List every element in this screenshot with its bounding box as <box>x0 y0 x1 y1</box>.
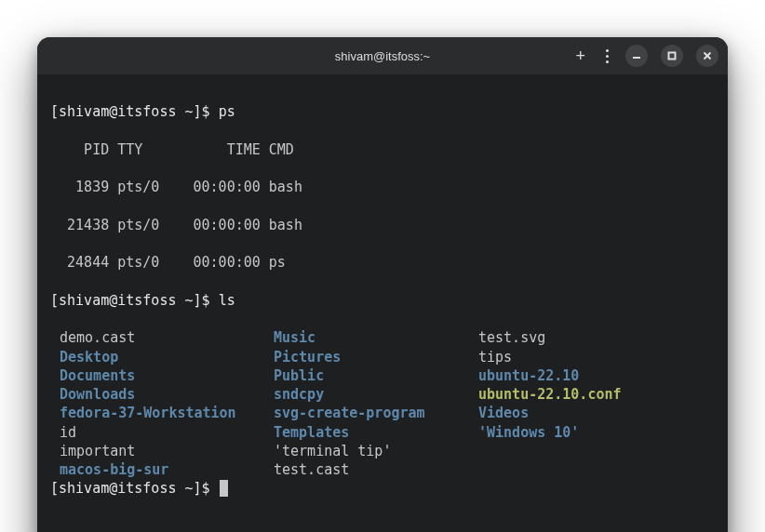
svg-rect-1 <box>669 53 676 60</box>
ls-entry: macos-big-sur <box>60 460 274 479</box>
new-tab-button[interactable]: + <box>571 44 589 68</box>
ls-entry: Music <box>274 328 478 347</box>
ls-column: demo.castDesktopDocumentsDownloadsfedora… <box>50 328 274 479</box>
ls-entry: Public <box>274 366 478 385</box>
ls-entry: test.cast <box>274 460 478 479</box>
ls-entry: fedora-37-Workstation <box>60 404 274 422</box>
maximize-icon <box>666 50 678 61</box>
terminal-body[interactable]: [shivam@itsfoss ~]$ ps PID TTY TIME CMD … <box>37 74 728 532</box>
ls-entry: ubuntu-22.10 <box>478 366 715 385</box>
menu-button[interactable] <box>602 46 612 67</box>
ls-output: demo.castDesktopDocumentsDownloadsfedora… <box>50 328 715 479</box>
ps-header: PID TTY TIME CMD <box>50 140 715 159</box>
ls-entry: Desktop <box>60 348 274 366</box>
maximize-button[interactable] <box>661 45 683 67</box>
ps-row: 24844 pts/0 00:00:00 ps <box>50 253 715 272</box>
prompt-line: [shivam@itsfoss ~]$ ps <box>50 102 715 121</box>
ls-entry: 'terminal tip' <box>274 442 478 460</box>
close-button[interactable] <box>696 45 718 67</box>
prompt-line: [shivam@itsfoss ~]$ <box>50 479 715 498</box>
ps-row: 1839 pts/0 00:00:00 bash <box>50 178 715 196</box>
titlebar-actions: + <box>571 44 718 68</box>
ls-entry: Templates <box>274 423 478 442</box>
ls-entry: Downloads <box>60 385 274 404</box>
ls-entry: Videos <box>478 404 715 422</box>
ls-entry: 'Windows 10' <box>478 423 715 442</box>
ps-row: 21438 pts/0 00:00:00 bash <box>50 216 715 234</box>
command-text: ls <box>219 292 235 309</box>
ls-entry: important <box>60 442 274 460</box>
command-text: ps <box>219 103 235 120</box>
ls-column: MusicPicturesPublicsndcpysvg-create-prog… <box>274 328 478 479</box>
ls-entry: demo.cast <box>60 328 274 347</box>
minimize-button[interactable] <box>625 45 648 67</box>
ls-column: test.svgtipsubuntu-22.10ubuntu-22.10.con… <box>478 328 715 479</box>
terminal-window: shivam@itsfoss:~ + [shivam@itsfoss ~]$ p… <box>37 37 728 532</box>
ls-entry: sndcpy <box>274 385 478 404</box>
ls-entry: test.svg <box>478 328 715 347</box>
ls-entry: Documents <box>60 366 274 385</box>
ls-entry: tips <box>478 348 715 366</box>
prompt-line: [shivam@itsfoss ~]$ ls <box>50 291 715 310</box>
ls-entry: svg-create-program <box>274 404 478 422</box>
ls-entry: Pictures <box>274 348 478 366</box>
titlebar: shivam@itsfoss:~ + <box>37 37 728 74</box>
close-icon <box>702 50 713 61</box>
ls-entry: ubuntu-22.10.conf <box>478 385 715 404</box>
minimize-icon <box>631 50 642 61</box>
ls-entry: id <box>60 423 274 442</box>
cursor <box>220 480 228 497</box>
